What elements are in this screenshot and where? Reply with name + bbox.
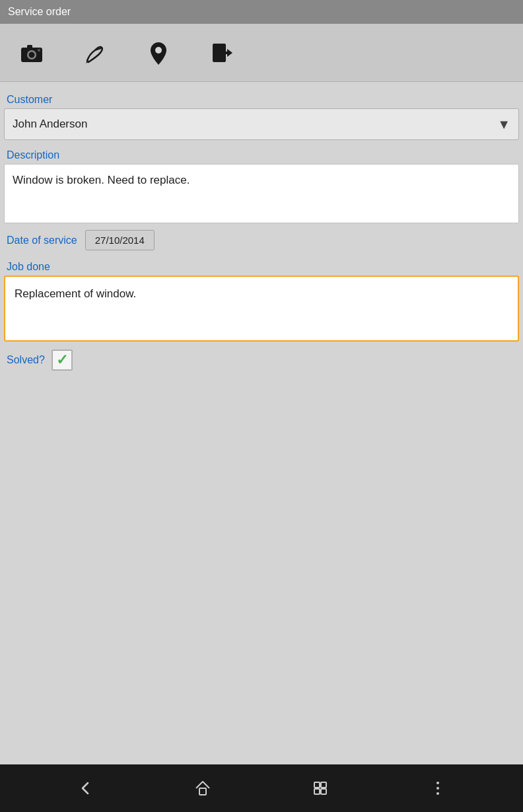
checkmark-icon: ✓ xyxy=(56,353,68,367)
location-button[interactable] xyxy=(143,37,174,69)
svg-rect-3 xyxy=(27,45,32,48)
description-value: Window is broken. Need to replace. xyxy=(13,174,190,186)
pen-icon xyxy=(82,40,108,66)
job-done-value: Replacement of window. xyxy=(15,287,136,300)
toolbar xyxy=(0,24,523,82)
solved-row: Solved? ✓ xyxy=(4,350,519,371)
svg-rect-9 xyxy=(321,782,326,788)
signature-button[interactable] xyxy=(79,37,111,69)
camera-button[interactable] xyxy=(16,37,48,69)
home-button[interactable] xyxy=(193,779,212,797)
svg-rect-11 xyxy=(321,789,326,794)
recents-icon xyxy=(311,779,330,797)
recents-button[interactable] xyxy=(311,779,330,797)
chevron-down-icon: ▼ xyxy=(497,117,510,132)
more-icon xyxy=(429,779,447,797)
svg-point-12 xyxy=(436,782,439,784)
camera-icon xyxy=(18,40,45,66)
svg-point-5 xyxy=(155,47,162,54)
solved-checkbox[interactable]: ✓ xyxy=(52,350,73,371)
description-field[interactable]: Window is broken. Need to replace. xyxy=(4,164,519,223)
location-icon xyxy=(145,40,172,66)
form-content: Customer John Anderson ▼ Description Win… xyxy=(0,82,523,764)
export-button[interactable] xyxy=(206,37,238,69)
job-done-field[interactable]: Replacement of window. xyxy=(4,276,519,342)
svg-rect-8 xyxy=(314,782,320,788)
nav-bar xyxy=(0,764,523,812)
home-icon xyxy=(193,779,212,797)
export-icon xyxy=(209,40,235,66)
solved-label: Solved? xyxy=(7,354,45,366)
svg-point-13 xyxy=(436,787,439,790)
title-bar: Service order xyxy=(0,0,523,24)
date-of-service-label: Date of service xyxy=(7,235,77,246)
date-picker-button[interactable]: 27/10/2014 xyxy=(85,230,155,250)
svg-point-2 xyxy=(29,52,35,57)
date-of-service-row: Date of service 27/10/2014 xyxy=(4,230,519,250)
description-label: Description xyxy=(4,145,519,164)
customer-dropdown[interactable]: John Anderson ▼ xyxy=(4,108,519,140)
back-button[interactable] xyxy=(76,779,94,797)
svg-point-4 xyxy=(38,49,40,52)
back-icon xyxy=(76,779,94,797)
app-title: Service order xyxy=(8,6,71,18)
customer-label: Customer xyxy=(4,90,519,108)
svg-point-14 xyxy=(436,792,439,795)
more-button[interactable] xyxy=(429,779,447,797)
customer-value: John Anderson xyxy=(13,118,497,131)
svg-rect-7 xyxy=(199,788,206,795)
svg-rect-10 xyxy=(314,789,320,794)
job-done-label: Job done xyxy=(4,257,519,276)
